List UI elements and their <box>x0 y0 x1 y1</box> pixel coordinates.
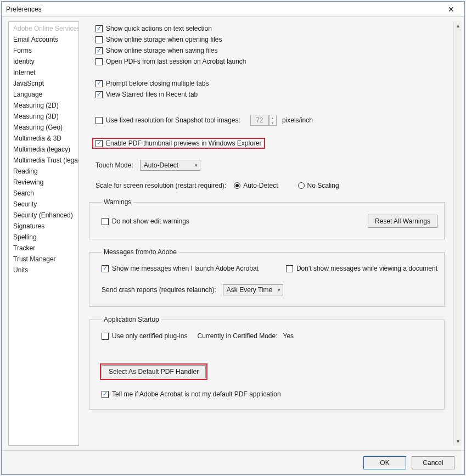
label: Use only certified plug-ins <box>112 332 187 340</box>
label: pixels/inch <box>282 116 313 124</box>
sidebar-item[interactable]: Language <box>9 89 78 100</box>
checkbox-certified-plugins[interactable] <box>102 333 109 340</box>
default-pdf-handler-button[interactable]: Select As Default PDF Handler <box>102 365 206 378</box>
sidebar-item[interactable]: Forms <box>9 45 78 56</box>
label: Use fixed resolution for Snapshot tool i… <box>106 116 240 124</box>
sidebar-item[interactable]: Units <box>9 265 78 276</box>
label: Tell me if Adobe Acrobat is not my defau… <box>112 390 281 398</box>
sidebar-item[interactable]: Trust Manager <box>9 254 78 265</box>
label: Show online storage when saving files <box>106 47 217 54</box>
sidebar-item[interactable]: Identity <box>9 56 78 67</box>
scroll-down-icon[interactable]: ▼ <box>454 437 462 446</box>
checkbox-tell-default[interactable] <box>102 391 109 398</box>
label: Currently in Certified Mode: <box>197 332 277 340</box>
close-icon[interactable]: ✕ <box>440 4 462 15</box>
reset-warnings-button[interactable]: Reset All Warnings <box>368 215 437 228</box>
preferences-dialog: Preferences ✕ Adobe Online Services Emai… <box>1 1 465 475</box>
touch-mode-select[interactable]: Auto-Detect <box>140 160 200 171</box>
checkbox-show-launch-messages[interactable] <box>102 265 109 272</box>
snapshot-resolution-input[interactable]: 72 <box>250 115 269 126</box>
checkbox-snapshot[interactable] <box>96 117 103 124</box>
sidebar-item[interactable]: Multimedia Trust (legacy) <box>9 155 78 166</box>
checkbox-starred[interactable] <box>96 91 103 98</box>
checkbox-quick-actions[interactable] <box>96 25 103 32</box>
checkbox-last-session[interactable] <box>96 58 103 65</box>
checkbox-thumbnail-previews[interactable] <box>96 140 103 147</box>
sidebar-item[interactable]: Tracker <box>9 243 78 254</box>
sidebar-item[interactable]: Multimedia & 3D <box>9 133 78 144</box>
label: View Starred files in Recent tab <box>106 91 198 98</box>
label: Don't show messages while viewing a docu… <box>296 265 437 272</box>
label: Show me messages when I launch Adobe Acr… <box>112 265 259 272</box>
checkbox-prompt-tabs[interactable] <box>96 80 103 87</box>
sidebar-item[interactable]: Internet <box>9 67 78 78</box>
sidebar-item[interactable]: Measuring (3D) <box>9 111 78 122</box>
sidebar-item[interactable]: Search <box>9 188 78 199</box>
legend: Warnings <box>102 198 133 206</box>
spinner[interactable]: ▴▾ <box>269 115 277 126</box>
sidebar-item[interactable]: Signatures <box>9 221 78 232</box>
checkbox-open-storage[interactable] <box>96 36 103 43</box>
label: Enable PDF thumbnail previews in Windows… <box>106 139 261 147</box>
sidebar-item[interactable]: Multimedia (legacy) <box>9 144 78 155</box>
label: Show online storage when opening files <box>106 36 222 43</box>
sidebar-item[interactable]: Adobe Online Services <box>9 23 78 34</box>
settings-panel: Show quick actions on text selection Sho… <box>82 21 453 446</box>
warnings-group: Warnings Do not show edit warnings Reset… <box>89 198 445 239</box>
label: Open PDFs from last session on Acrobat l… <box>106 58 246 65</box>
window-title: Preferences <box>6 5 440 13</box>
label: Touch Mode: <box>96 161 133 169</box>
radio-no-scaling[interactable]: No Scaling <box>298 182 339 189</box>
crash-reports-select[interactable]: Ask Every Time <box>223 284 283 295</box>
radio-auto-detect[interactable]: Auto-Detect <box>234 182 278 189</box>
checkbox-hide-viewing-messages[interactable] <box>286 265 293 272</box>
startup-group: Application Startup Use only certified p… <box>89 316 445 410</box>
sidebar-item[interactable]: JavaScript <box>9 78 78 89</box>
category-sidebar[interactable]: Adobe Online Services Email Accounts For… <box>8 21 79 446</box>
label: Show quick actions on text selection <box>106 25 212 32</box>
label: Scale for screen resolution (restart req… <box>96 182 226 189</box>
label: Send crash reports (requires relaunch): <box>102 286 216 294</box>
sidebar-item[interactable]: Security <box>9 199 78 210</box>
checkbox-no-edit-warnings[interactable] <box>102 218 109 225</box>
sidebar-item[interactable]: Spelling <box>9 232 78 243</box>
legend: Messages from/to Adobe <box>102 248 179 256</box>
sidebar-item[interactable]: Measuring (Geo) <box>9 122 78 133</box>
messages-group: Messages from/to Adobe Show me messages … <box>89 248 445 307</box>
label: Do not show edit warnings <box>112 217 189 225</box>
ok-button[interactable]: OK <box>363 456 406 469</box>
dialog-footer: OK Cancel <box>2 450 464 474</box>
sidebar-item[interactable]: Reading <box>9 166 78 177</box>
certified-mode-value: Yes <box>283 332 294 340</box>
vertical-scrollbar[interactable]: ▲ ▼ <box>453 21 462 446</box>
label: Prompt before closing multiple tabs <box>106 80 209 87</box>
titlebar: Preferences ✕ <box>2 2 464 17</box>
sidebar-item[interactable]: Reviewing <box>9 177 78 188</box>
scroll-up-icon[interactable]: ▲ <box>454 21 462 30</box>
cancel-button[interactable]: Cancel <box>412 456 454 469</box>
sidebar-item[interactable]: Email Accounts <box>9 34 78 45</box>
sidebar-item[interactable]: Measuring (2D) <box>9 100 78 111</box>
sidebar-item[interactable]: Security (Enhanced) <box>9 210 78 221</box>
checkbox-save-storage[interactable] <box>96 47 103 54</box>
legend: Application Startup <box>102 316 161 323</box>
